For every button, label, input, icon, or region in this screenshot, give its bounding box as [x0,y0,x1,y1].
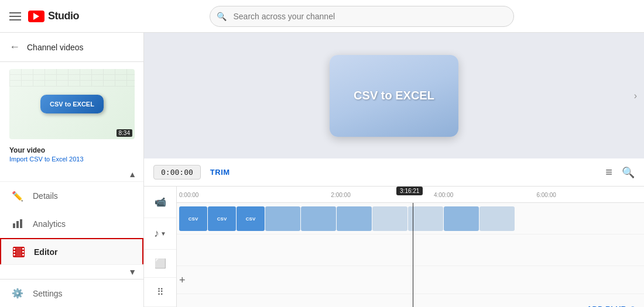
svg-rect-0 [13,223,15,228]
playhead-marker: 3:16:21 [396,187,423,195]
audio-expand-icon[interactable]: ▼ [160,230,166,237]
preview-label: CSV to EXCEL [354,89,434,102]
scroll-up-button[interactable]: ▲ [128,170,136,179]
scroll-down-button[interactable]: ▼ [128,267,136,277]
ruler-tick-1: 2:00:00 [331,191,350,198]
sidebar-nav: ✏️ Details Analytics Editor [0,182,143,264]
clip-3-label: CSV [246,216,255,222]
header: Studio 🔍 [0,0,644,33]
clip-3[interactable]: CSV [237,206,265,231]
editor-toolbar: 0:00:00 TRIM ≡ 🔍 [144,158,644,187]
clip-6[interactable] [337,206,372,231]
ruler-tick-3: 6:00:00 [536,191,556,198]
sidebar: ← Channel videos CSV to EXCEL 8:34 Your … [0,33,144,307]
thumb-image: CSV to EXCEL 8:34 [9,69,135,139]
video-subtitle[interactable]: Import CSV to Excel 2013 [9,156,134,163]
search-icon: 🔍 [217,12,227,21]
clip-2[interactable]: CSV [208,206,236,231]
waveform-svg: // This will be rendered via actual SVG … [179,239,644,261]
thumb-inner: CSV to EXCEL [9,69,135,139]
film-strip-icon [13,247,25,257]
duration-badge: 8:34 [117,129,132,137]
channel-videos-label: Channel videos [27,43,84,52]
preview-card: CSV to EXCEL [330,55,458,137]
thumb-label: CSV to EXCEL [40,95,104,113]
time-display: 0:00:00 [153,165,201,180]
pencil-icon: ✏️ [12,191,23,202]
sidebar-item-details[interactable]: ✏️ Details [0,182,143,210]
back-arrow-icon[interactable]: ← [9,41,20,53]
settings-label: Settings [33,289,63,298]
blur-track-label: ⠿ [144,278,176,307]
thumb-grid [9,69,135,87]
sidebar-scroll-down: ▼ [0,264,143,279]
timeline-area: 📹 ♪ ▼ ⬜ ⠿ 0:00:00 2:00:00 4:00:00 [144,187,644,307]
track-labels: 📹 ♪ ▼ ⬜ ⠿ [144,187,177,307]
clip-7[interactable] [372,206,407,231]
clip-9[interactable] [444,206,479,231]
sidebar-item-analytics[interactable]: Analytics [0,210,143,238]
bar-chart-icon [12,219,23,229]
blur-track-icon: ⠿ [157,287,164,298]
search-bar: 🔍 [210,6,514,27]
svg-rect-4 [13,248,15,250]
clip-1[interactable]: CSV [179,206,207,231]
audio-waveform: // This will be rendered via actual SVG … [179,239,644,261]
clip-10[interactable] [479,206,515,231]
details-label: Details [33,191,58,201]
audio-track: // This will be rendered via actual SVG … [177,234,644,266]
analytics-label: Analytics [33,219,66,229]
clip-4[interactable] [265,206,300,231]
sidebar-scroll-up: ▲ [0,167,143,182]
svg-rect-1 [16,221,19,228]
svg-rect-9 [22,254,24,256]
svg-rect-6 [13,254,15,256]
blur-track: ADD BLUR ↗ [177,294,644,307]
svg-rect-10 [16,247,22,257]
ruler-tick-2: 4:00:00 [434,191,453,198]
ruler-tick-0: 0:00:00 [179,191,198,198]
editor-label: Editor [34,247,57,257]
sidebar-item-editor[interactable]: Editor [0,238,143,264]
video-track-icon: 📹 [155,196,166,208]
video-track-label: 📹 [144,187,176,218]
add-caption-button[interactable]: + [179,274,186,286]
search-input[interactable] [210,6,514,27]
clip-2-label: CSV [217,216,227,222]
header-left: Studio [9,10,79,22]
video-info: Your video Import CSV to Excel 2013 [0,146,143,167]
caption-track: + [177,266,644,294]
add-blur-button[interactable]: ADD BLUR ↗ [587,304,635,307]
tracks-container: CSV CSV CSV [177,203,644,307]
clip-5[interactable] [301,206,336,231]
playhead-line [413,203,413,307]
main-layout: ← Channel videos CSV to EXCEL 8:34 Your … [0,33,644,307]
editor-content: CSV to EXCEL › 0:00:00 TRIM ≡ 🔍 📹 ♪ ▼ [144,33,644,307]
menu-icon[interactable] [9,12,21,20]
audio-track-icon: ♪ [154,227,159,240]
video-title: Your video [9,146,134,154]
sidebar-item-settings[interactable]: ⚙️ Settings [0,279,143,307]
sidebar-header: ← Channel videos [0,33,143,62]
svg-rect-2 [20,219,22,228]
video-thumbnail[interactable]: CSV to EXCEL 8:34 [9,69,134,139]
timeline-ruler: 0:00:00 2:00:00 4:00:00 6:00:00 3:16:21 [177,187,644,203]
youtube-icon [28,11,44,22]
audio-track-label: ♪ ▼ [144,218,176,250]
preview-arrow-icon: › [634,91,637,101]
clip-1-label: CSV [189,216,198,222]
logo: Studio [28,10,79,22]
svg-rect-8 [22,251,24,253]
svg-rect-5 [13,251,15,253]
video-clips: CSV CSV CSV [177,206,644,231]
zoom-icon[interactable]: 🔍 [622,166,635,179]
video-track: CSV CSV CSV [177,203,644,234]
timeline-content: 0:00:00 2:00:00 4:00:00 6:00:00 3:16:21 … [177,187,644,307]
caption-track-label: ⬜ [144,250,176,278]
trim-button[interactable]: TRIM [210,168,230,177]
add-blur-label: ADD BLUR [587,304,626,307]
svg-rect-7 [22,248,24,250]
hamburger-menu-icon[interactable]: ≡ [605,165,612,179]
external-link-icon: ↗ [629,305,635,308]
studio-logo-text: Studio [48,10,79,22]
